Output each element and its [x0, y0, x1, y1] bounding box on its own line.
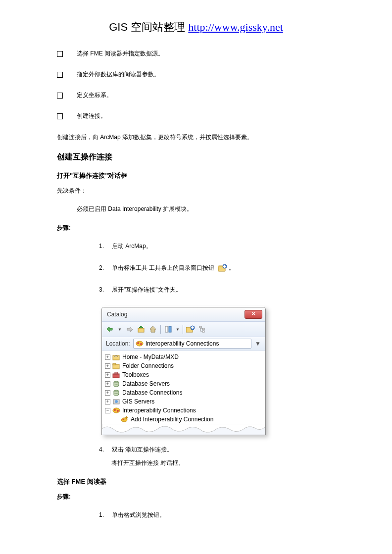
- tree-label: Database Connections: [122, 389, 182, 396]
- catalog-tree: + Home - MyData\MXD + Folder Connections…: [102, 351, 265, 424]
- dropdown-arrow-icon[interactable]: ▼: [176, 327, 180, 332]
- expand-icon[interactable]: +: [105, 381, 110, 387]
- heading-2: 创建互操作连接: [57, 152, 335, 162]
- svg-point-32: [117, 410, 119, 412]
- svg-point-15: [140, 343, 142, 345]
- bullet-text: 选择 FME 阅读器并指定数据源。: [77, 50, 164, 58]
- step-item: 3. 展开"互操作连接"文件夹。: [99, 285, 335, 295]
- catalog-titlebar: Catalog ✕: [102, 307, 265, 322]
- step-number: 4.: [99, 445, 107, 454]
- toggle-icon[interactable]: [164, 325, 173, 334]
- svg-rect-18: [113, 363, 116, 365]
- step-text: 双击 添加互操作连接。: [112, 445, 173, 454]
- step-sub-text: 将打开互操作连接 对话框。: [111, 459, 335, 467]
- step-text-inner: 单击标准工具 工具条上的目录窗口按钮: [112, 264, 214, 271]
- heading-3: 选择 FME 阅读器: [57, 477, 335, 486]
- page-header: GIS 空间站整理 http://www.gissky.net: [0, 20, 392, 35]
- dropdown-arrow-icon[interactable]: ▼: [118, 327, 122, 332]
- steps-label: 步骤:: [57, 492, 335, 502]
- back-icon[interactable]: [106, 325, 115, 334]
- step-text: 展开"互操作连接"文件夹。: [112, 285, 182, 295]
- connect-folder-icon[interactable]: [186, 325, 195, 334]
- header-link[interactable]: http://www.gissky.net: [188, 21, 283, 33]
- add-interop-icon: [121, 416, 129, 423]
- svg-rect-12: [202, 331, 204, 332]
- step-number: 2.: [99, 263, 107, 273]
- catalog-window: Catalog ✕ ▼: [101, 307, 266, 435]
- toolbar-separator: [160, 325, 161, 334]
- svg-rect-5: [138, 328, 144, 332]
- svg-rect-4: [223, 266, 226, 267]
- expand-icon[interactable]: +: [105, 390, 110, 396]
- tree-row-dbconn[interactable]: + Database Connections: [105, 388, 262, 397]
- svg-point-34: [123, 419, 124, 420]
- expand-icon[interactable]: +: [105, 372, 110, 378]
- bullet-item: 创建连接。: [57, 112, 335, 120]
- step-number: 1.: [99, 242, 107, 251]
- bullet-text: 定义坐标系。: [77, 91, 112, 100]
- toolbox-icon: [112, 371, 120, 378]
- expand-icon[interactable]: +: [105, 363, 110, 369]
- svg-point-14: [137, 342, 139, 344]
- toolbar-separator: [183, 325, 183, 334]
- catalog-location-bar: Location: Interoperability Connections ▼: [102, 337, 265, 351]
- step-item: 1. 单击格式浏览按钮。: [99, 510, 335, 520]
- square-bullet-icon: [57, 72, 63, 78]
- dropdown-arrow-icon[interactable]: ▼: [254, 340, 261, 347]
- interop-icon: [136, 340, 144, 347]
- tree-row-dbservers[interactable]: + Database Servers: [105, 379, 262, 388]
- tree-label: Folder Connections: [122, 362, 174, 369]
- step-suffix: 。: [229, 264, 235, 271]
- step-list: 1. 启动 ArcMap。 2. 单击标准工具 工具条上的目录窗口按钮: [99, 242, 335, 295]
- step-text: 启动 ArcMap。: [112, 242, 152, 251]
- step-number: 1.: [99, 510, 107, 520]
- step-number: 3.: [99, 285, 107, 295]
- tree-row-gisservers[interactable]: + GIS Servers: [105, 397, 262, 406]
- heading-3: 打开"互操作连接"对话框: [57, 171, 335, 180]
- square-bullet-icon: [57, 93, 63, 99]
- torn-edge-decoration: [102, 424, 265, 435]
- svg-rect-21: [115, 372, 118, 374]
- step-item: 1. 启动 ArcMap。: [99, 242, 335, 251]
- catalog-title: Catalog: [107, 311, 127, 318]
- content-area: 选择 FME 阅读器并指定数据源。 指定外部数据库的阅读器参数。 定义坐标系。 …: [57, 50, 335, 520]
- svg-point-13: [136, 341, 143, 346]
- svg-point-29: [115, 400, 118, 403]
- svg-point-31: [114, 409, 116, 411]
- gis-server-icon: [112, 398, 120, 405]
- tree-row-interop[interactable]: − Interoperability Connections: [105, 406, 262, 415]
- forward-icon[interactable]: [125, 325, 134, 334]
- tree-label: Interoperability Connections: [122, 407, 196, 414]
- tree-row-add-interop[interactable]: Add Interoperability Connection: [105, 415, 262, 424]
- bullet-text: 创建连接。: [77, 112, 106, 120]
- location-value: Interoperability Connections: [146, 340, 219, 347]
- home-folder-icon: [112, 353, 120, 360]
- square-bullet-icon: [57, 113, 63, 119]
- location-input[interactable]: Interoperability Connections: [133, 339, 251, 349]
- expand-icon[interactable]: +: [105, 354, 110, 360]
- collapse-icon[interactable]: −: [105, 408, 110, 413]
- home-icon[interactable]: [148, 325, 157, 334]
- folder-icon: [112, 362, 120, 369]
- catalog-button-icon: [218, 264, 227, 272]
- bullet-item: 选择 FME 阅读器并指定数据源。: [57, 50, 335, 58]
- tree-icon[interactable]: [198, 325, 207, 334]
- step-list: 1. 单击格式浏览按钮。: [99, 510, 335, 520]
- bullet-item: 定义坐标系。: [57, 91, 335, 100]
- tree-row-home[interactable]: + Home - MyData\MXD: [105, 353, 262, 361]
- svg-rect-10: [199, 326, 201, 328]
- close-button[interactable]: ✕: [245, 310, 262, 319]
- svg-rect-11: [202, 328, 204, 330]
- svg-rect-7: [169, 326, 171, 332]
- expand-icon[interactable]: +: [105, 399, 110, 404]
- catalog-toolbar: ▼ ▼: [102, 322, 265, 337]
- step-item: 2. 单击标准工具 工具条上的目录窗口按钮 。: [99, 263, 335, 273]
- svg-point-24: [114, 385, 119, 387]
- catalog-screenshot: Catalog ✕ ▼: [101, 307, 335, 435]
- tree-row-toolboxes[interactable]: + Toolboxes: [105, 370, 262, 379]
- tree-label: GIS Servers: [122, 398, 154, 405]
- tree-row-folder[interactable]: + Folder Connections: [105, 361, 262, 370]
- header-title: GIS 空间站整理: [109, 21, 188, 33]
- step-text: 单击标准工具 工具条上的目录窗口按钮 。: [112, 263, 235, 273]
- up-icon[interactable]: [137, 325, 146, 334]
